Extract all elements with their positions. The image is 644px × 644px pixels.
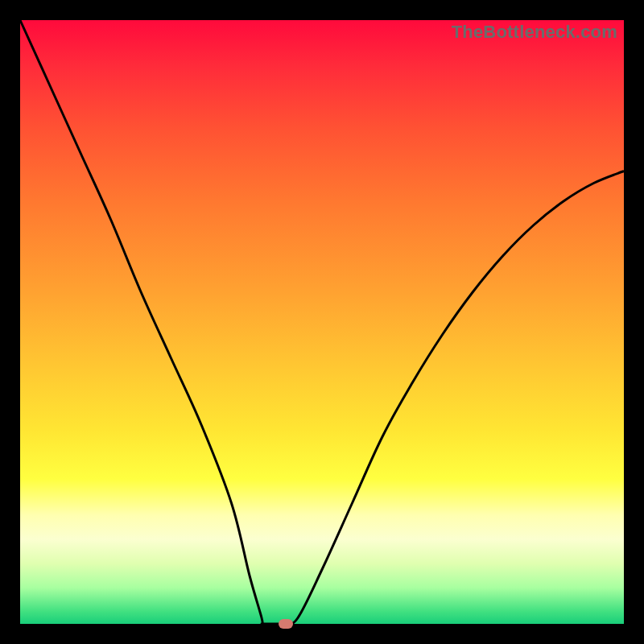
curve-line: [20, 20, 624, 625]
bottleneck-curve: [20, 20, 624, 624]
plot-area: TheBottleneck.com: [20, 20, 624, 624]
chart-frame: TheBottleneck.com: [0, 0, 644, 644]
optimal-marker: [279, 619, 293, 629]
